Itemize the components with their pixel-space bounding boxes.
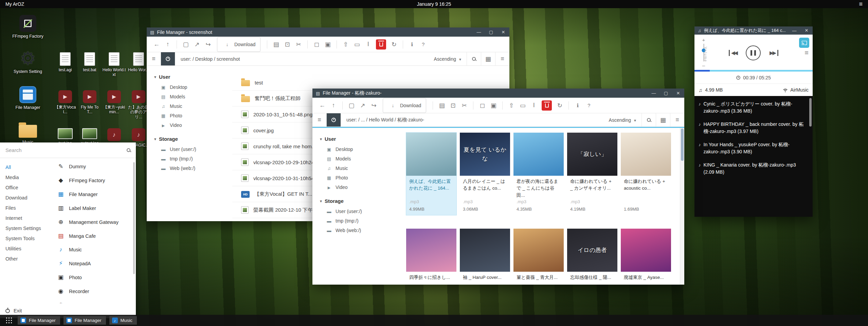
trash-button[interactable] — [376, 39, 386, 50]
copy-button[interactable] — [448, 100, 458, 111]
sidebar-item[interactable]: Photo — [154, 111, 232, 120]
upload-button[interactable] — [506, 100, 517, 111]
desktop-file-icon[interactable]: 【東方~yukimin... — [102, 89, 126, 127]
sidebar-drive-item[interactable]: tmp (tmp:/) — [320, 216, 398, 226]
new-file-button[interactable] — [477, 100, 487, 111]
sidebar-item[interactable]: Models — [320, 154, 398, 164]
app-list-item[interactable]: ✎ Dummy — [52, 159, 136, 173]
back-button[interactable] — [317, 100, 327, 111]
playlist-item[interactable]: In Your Hands _ yusukeP cover. by 柘榴-zak… — [694, 138, 813, 158]
sidebar-item[interactable]: Music — [154, 101, 232, 111]
app-list-item[interactable]: ▣ Photo — [52, 270, 136, 284]
sidebar-section-user[interactable]: User — [154, 74, 232, 80]
desktop-file-icon[interactable]: test.bat — [77, 51, 102, 89]
breadcrumb[interactable]: user: / Desktop / screenshot — [175, 56, 429, 62]
sort-dropdown[interactable]: Ascending — [429, 56, 467, 62]
file-tile[interactable]: 「寂しい」 命に嫌われている + _ カンザキイオリ... .mp3 4.19M… — [567, 133, 617, 215]
top-menu-icon[interactable] — [859, 1, 863, 8]
file-tile[interactable]: 廃墟東京 _ Ayase... — [621, 229, 671, 285]
desktop-file-icon[interactable]: 【東方Vocal... — [53, 89, 77, 127]
category-item[interactable]: All — [0, 162, 52, 172]
desktop-icon-ffmpeg-factory[interactable]: FFmpeg Factory — [12, 15, 44, 39]
airmusic-button[interactable]: AirMusic — [783, 87, 809, 93]
app-list-item[interactable]: ▤ Manga Cafe — [52, 229, 136, 243]
share-button[interactable] — [203, 39, 213, 50]
sidebar-toggle-button[interactable] — [147, 52, 161, 65]
volume-up-button[interactable] — [702, 37, 705, 42]
archive-button[interactable] — [352, 39, 362, 50]
sidebar-drive-item[interactable]: Web (web:/) — [320, 226, 398, 235]
category-item[interactable]: Files — [0, 203, 52, 213]
app-launcher-button[interactable] — [3, 316, 14, 325]
app-list-item[interactable]: ♪ Music — [52, 243, 136, 256]
desktop-icon-music[interactable]: Music — [12, 121, 44, 145]
paste-button[interactable] — [437, 100, 447, 111]
app-list-item[interactable]: ⚡ NotepadA — [52, 256, 136, 270]
file-tile[interactable]: 菫と薔薇 _ 青大月... — [513, 229, 564, 285]
sidebar-drive-item[interactable]: tmp (tmp:/) — [154, 154, 232, 164]
paste-button[interactable] — [271, 39, 281, 50]
window-titlebar[interactable]: 例えば、今此処に置かれた花に _ 164 c... — [694, 26, 813, 35]
previous-track-button[interactable] — [729, 50, 737, 56]
playlist-item[interactable]: HAPPY BIRTHDAY _ back number cover. by 柘… — [694, 118, 813, 138]
scrollbar-thumb[interactable] — [809, 98, 812, 127]
new-file-button[interactable] — [311, 39, 322, 50]
app-list-item[interactable]: ◉ Recorder — [52, 284, 136, 298]
taskbar-item[interactable]: File Manager — [64, 316, 106, 325]
window-titlebar[interactable]: File Manager - screenshot — [147, 27, 509, 37]
close-button[interactable] — [672, 89, 684, 98]
search-button[interactable] — [467, 52, 481, 65]
minimize-button[interactable] — [473, 27, 485, 37]
playlist-item[interactable]: Cynic _ ポリスピカデリー cover. by 柘榴-zakuro-.mp… — [694, 97, 813, 118]
new-folder-button[interactable] — [323, 39, 333, 50]
category-item[interactable]: Internet — [0, 213, 52, 223]
list-view-button[interactable] — [670, 113, 684, 127]
refresh-button[interactable] — [389, 39, 399, 50]
desktop-file-icon[interactable]: Hello World.txt — [102, 51, 126, 89]
volume-down-button[interactable] — [702, 63, 705, 68]
sidebar-section-storage[interactable]: Storage — [320, 198, 398, 204]
category-item[interactable]: System Tools — [0, 233, 52, 244]
list-view-button[interactable] — [495, 52, 509, 65]
scrollbar[interactable] — [680, 128, 684, 285]
cut-button[interactable] — [459, 100, 469, 111]
grid-view-button[interactable] — [481, 52, 495, 65]
sidebar-drive-item[interactable]: User (user:/) — [154, 145, 232, 154]
grid-view-button[interactable] — [656, 113, 670, 127]
sidebar-item[interactable]: Photo — [320, 173, 398, 183]
category-item[interactable]: Office — [0, 183, 52, 193]
player-menu-icon[interactable] — [804, 49, 809, 57]
sidebar-drive-item[interactable]: User (user:/) — [320, 207, 398, 216]
app-list-item[interactable]: ⊕ Management Gateway — [52, 215, 136, 229]
back-button[interactable] — [151, 39, 162, 50]
file-tile[interactable]: 四季折々に招きし... — [406, 229, 456, 285]
app-list-item[interactable]: ◆ FFmpeg Factory — [52, 173, 136, 187]
category-item[interactable]: Other — [0, 254, 52, 264]
up-button[interactable] — [163, 39, 173, 50]
recent-toggle-button[interactable] — [327, 113, 341, 127]
category-item[interactable]: Download — [0, 193, 52, 203]
file-tile[interactable]: 君が夜の海に還るまで _ こんにちは谷田... .mp3 4.35MB — [513, 133, 564, 215]
taskbar-item[interactable]: File Manager — [18, 316, 60, 325]
file-tile[interactable]: 例えば、今此処に置かれた花に _ 164... .mp3 4.99MB — [406, 133, 456, 215]
sidebar-item[interactable]: Video — [154, 120, 232, 130]
close-button[interactable] — [800, 26, 813, 35]
trash-button[interactable] — [542, 100, 552, 111]
up-button[interactable] — [328, 100, 339, 111]
sidebar-item[interactable]: Desktop — [154, 82, 232, 92]
desktop-icon-file-manager[interactable]: File Manager — [12, 86, 44, 111]
category-item[interactable]: Utilities — [0, 244, 52, 254]
maximize-button[interactable] — [485, 27, 497, 37]
recent-toggle-button[interactable] — [161, 52, 175, 65]
search-input[interactable] — [5, 147, 124, 153]
next-track-button[interactable] — [770, 50, 778, 56]
open-button[interactable] — [346, 100, 357, 111]
info-button[interactable] — [573, 100, 583, 111]
archive-button[interactable] — [518, 100, 528, 111]
info-button[interactable] — [407, 39, 417, 50]
taskbar-item[interactable]: Music — [109, 316, 137, 325]
desktop-icon-system-setting[interactable]: System Setting — [12, 50, 44, 75]
scrollbar-thumb[interactable] — [681, 129, 684, 161]
rename-button[interactable] — [529, 100, 539, 111]
cut-button[interactable] — [293, 39, 304, 50]
